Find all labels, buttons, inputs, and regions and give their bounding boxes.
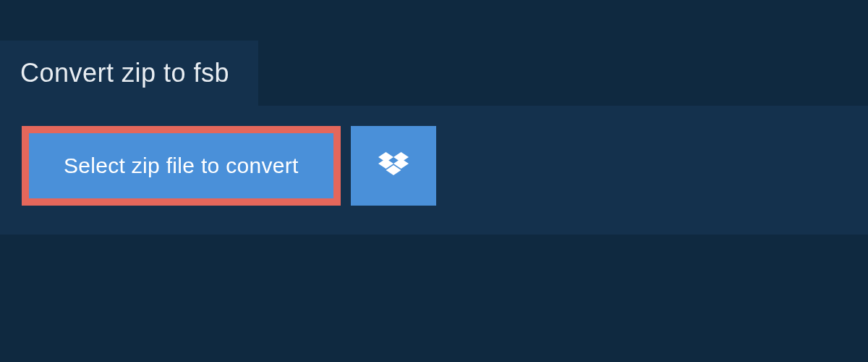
button-row: Select zip file to convert <box>22 126 846 206</box>
select-file-button[interactable]: Select zip file to convert <box>22 126 341 206</box>
page-title: Convert zip to fsb <box>20 58 229 88</box>
select-file-label: Select zip file to convert <box>64 153 299 178</box>
dropbox-icon <box>378 152 409 180</box>
tab-header: Convert zip to fsb <box>0 41 258 106</box>
content-panel: Select zip file to convert <box>0 106 868 235</box>
dropbox-button[interactable] <box>351 126 436 206</box>
